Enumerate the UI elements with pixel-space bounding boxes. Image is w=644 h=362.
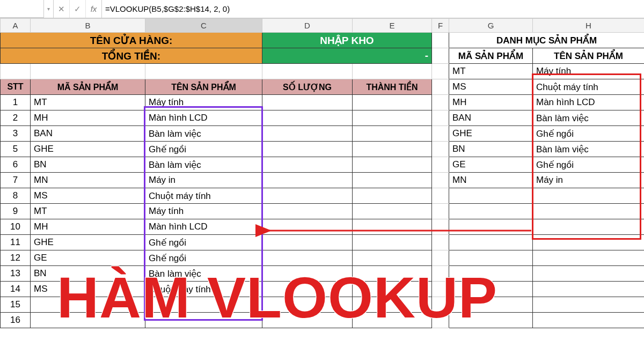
catalog-ma[interactable]: GHE (449, 126, 533, 142)
cell[interactable] (353, 157, 432, 173)
cell-ma[interactable]: MS (31, 188, 145, 204)
cell[interactable] (353, 204, 432, 219)
catalog-ten[interactable]: Ghế ngồi (533, 157, 645, 173)
col-C-header[interactable]: C (145, 19, 262, 33)
col-B-header[interactable]: B (31, 19, 145, 33)
cell[interactable] (262, 188, 353, 204)
cell[interactable] (262, 142, 353, 157)
cell-ten[interactable]: Chuột máy tính (145, 188, 262, 204)
cell[interactable] (353, 266, 432, 282)
col-E-header[interactable]: E (353, 19, 432, 33)
cell-stt[interactable]: 7 (1, 173, 31, 188)
cell[interactable] (533, 188, 645, 204)
cell[interactable] (353, 313, 432, 328)
cell[interactable] (353, 219, 432, 235)
cell[interactable] (353, 250, 432, 266)
cell[interactable] (449, 235, 533, 250)
cell-stt[interactable]: 10 (1, 219, 31, 235)
cell[interactable] (432, 204, 449, 219)
cell-ma[interactable]: BAN (31, 126, 145, 142)
cell[interactable] (533, 204, 645, 219)
cell[interactable] (432, 297, 449, 313)
catalog-ma[interactable]: MT (449, 64, 533, 79)
cell[interactable] (262, 95, 353, 110)
col-H-header[interactable]: H (533, 19, 645, 33)
cell-ten[interactable]: Bàn làm việc (145, 126, 262, 142)
catalog-ten[interactable]: Chuột máy tính (533, 79, 645, 95)
col-D-header[interactable]: D (262, 19, 353, 33)
cancel-icon[interactable]: ✕ (54, 0, 70, 18)
cell[interactable] (262, 266, 353, 282)
cell[interactable] (432, 33, 449, 48)
cell[interactable] (262, 110, 353, 126)
cell[interactable] (353, 64, 432, 79)
cell[interactable] (262, 282, 353, 297)
cell[interactable] (432, 79, 449, 95)
catalog-ten[interactable]: Bàn làm việc (533, 110, 645, 126)
cell-stt[interactable]: 15 (1, 297, 31, 313)
spreadsheet-grid[interactable]: A B C D E F G H TÊN CỬA HÀNG: NHẬP KHO D… (0, 18, 644, 328)
cell[interactable] (449, 250, 533, 266)
cell[interactable] (262, 173, 353, 188)
cell[interactable] (262, 219, 353, 235)
cell[interactable] (533, 219, 645, 235)
catalog-ten[interactable]: Bàn làm việc (533, 142, 645, 157)
cell-stt[interactable]: 3 (1, 126, 31, 142)
cell[interactable] (533, 250, 645, 266)
cell[interactable] (353, 235, 432, 250)
cell-stt[interactable]: 1 (1, 95, 31, 110)
cell-ma[interactable]: GHE (31, 142, 145, 157)
cell-stt[interactable]: 9 (1, 204, 31, 219)
cell[interactable] (533, 297, 645, 313)
cell-ma[interactable]: BN (31, 266, 145, 282)
cell[interactable] (145, 64, 262, 79)
cell-ten[interactable]: Máy in (145, 173, 262, 188)
cell-ten[interactable]: Bàn làm việc (145, 157, 262, 173)
cell-ma[interactable]: MH (31, 219, 145, 235)
cell[interactable] (1, 64, 31, 79)
cell-stt[interactable]: 13 (1, 266, 31, 282)
cell-ma[interactable]: MT (31, 95, 145, 110)
catalog-ten[interactable]: Ghế ngồi (533, 126, 645, 142)
catalog-ma[interactable]: BN (449, 142, 533, 157)
cell-ma[interactable]: MN (31, 173, 145, 188)
cell-ma[interactable]: BN (31, 157, 145, 173)
cell-ma[interactable]: MH (31, 110, 145, 126)
cell[interactable] (432, 313, 449, 328)
cell[interactable] (353, 110, 432, 126)
cell[interactable] (533, 313, 645, 328)
cell[interactable] (353, 188, 432, 204)
catalog-ma[interactable]: GE (449, 157, 533, 173)
cell-stt[interactable]: 11 (1, 235, 31, 250)
cell[interactable] (353, 282, 432, 297)
catalog-ma[interactable]: BAN (449, 110, 533, 126)
col-A-header[interactable]: A (1, 19, 31, 33)
cell[interactable] (449, 266, 533, 282)
cell-ten[interactable]: Chuột máy tính (145, 282, 262, 297)
col-F-header[interactable]: F (432, 19, 449, 33)
cell[interactable] (533, 282, 645, 297)
formula-input[interactable]: =VLOOKUP(B5,$G$2:$H$14, 2, 0) (102, 0, 644, 18)
cell[interactable] (432, 142, 449, 157)
cell[interactable] (432, 219, 449, 235)
cell[interactable] (262, 297, 353, 313)
cell-ten[interactable]: Màn hình LCD (145, 110, 262, 126)
cell[interactable] (533, 266, 645, 282)
cell[interactable] (432, 188, 449, 204)
cell[interactable] (353, 126, 432, 142)
cell[interactable] (31, 64, 145, 79)
cell[interactable] (449, 282, 533, 297)
cell[interactable] (262, 64, 353, 79)
cell[interactable] (432, 64, 449, 79)
cell-stt[interactable]: 5 (1, 142, 31, 157)
cell-stt[interactable]: 6 (1, 157, 31, 173)
cell-ma[interactable]: GHE (31, 235, 145, 250)
cell[interactable] (262, 157, 353, 173)
cell[interactable] (432, 126, 449, 142)
catalog-ten[interactable]: Máy in (533, 173, 645, 188)
cell-ma[interactable]: MT (31, 204, 145, 219)
cell[interactable] (262, 204, 353, 219)
cell-stt[interactable]: 12 (1, 250, 31, 266)
cell-ten[interactable]: Máy tính (145, 204, 262, 219)
name-box-dropdown[interactable]: ▾ (44, 0, 54, 18)
